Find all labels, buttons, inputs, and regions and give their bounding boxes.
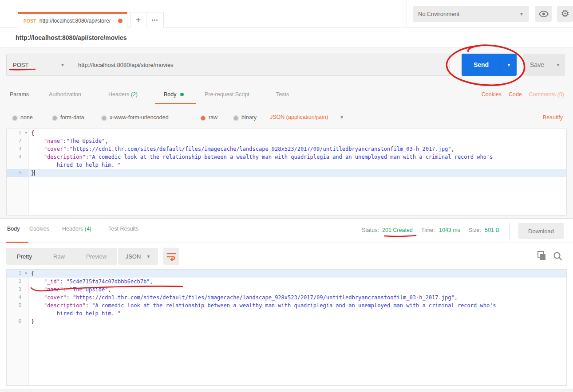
code-line[interactable]: 2 "name":"The Upside", bbox=[7, 137, 566, 145]
code-line[interactable]: 3 "name": "The Upside", bbox=[7, 286, 566, 294]
tab-pre-request-script[interactable]: Pre-request Script bbox=[205, 91, 249, 98]
response-format-select[interactable]: JSON ▼ bbox=[118, 248, 158, 265]
code-text: "cover":"https://cdn1.thr.com/sites/defa… bbox=[28, 145, 454, 153]
tab-params[interactable]: Params bbox=[10, 91, 29, 98]
code-line[interactable]: 4 "description":"A comedic look at the r… bbox=[7, 153, 566, 161]
chevron-down-icon: ▼ bbox=[507, 63, 511, 67]
tab-headers[interactable]: Headers (2) bbox=[108, 91, 138, 98]
download-button[interactable]: Download bbox=[518, 223, 564, 239]
environment-select[interactable]: No Environment ▼ bbox=[413, 6, 529, 22]
code-line[interactable]: 5 "description": "A comedic look at the … bbox=[7, 302, 566, 310]
fold-arrow-icon[interactable]: ▼ bbox=[25, 129, 27, 137]
chevron-down-icon: ▼ bbox=[519, 12, 524, 16]
search-icon[interactable] bbox=[553, 251, 562, 261]
response-tab-headers[interactable]: Headers (4) bbox=[62, 226, 91, 232]
code-line[interactable]: 6} bbox=[7, 318, 566, 325]
line-number bbox=[7, 161, 28, 169]
chevron-down-icon: ▼ bbox=[60, 63, 65, 67]
line-number: 4 bbox=[7, 294, 28, 302]
radio-x-www-form-urlencoded[interactable] bbox=[101, 115, 107, 121]
app-header: POST http://localhost:8080/api/store/ + … bbox=[0, 0, 573, 27]
line-number: 6 bbox=[7, 318, 28, 325]
code-line[interactable]: hired to help him. " bbox=[7, 161, 566, 169]
code-text: "description": "A comedic look at the re… bbox=[28, 302, 496, 310]
request-body-editor[interactable]: 1▼{2 "name":"The Upside",3 "cover":"http… bbox=[6, 129, 567, 216]
save-options-button[interactable]: ▼ bbox=[551, 54, 565, 76]
chevron-down-icon: ▼ bbox=[146, 254, 150, 259]
text-cursor bbox=[34, 170, 35, 176]
request-links: Cookies Code Comments (0) bbox=[482, 91, 564, 98]
radio-none[interactable] bbox=[12, 115, 18, 121]
response-tab-body[interactable]: Body bbox=[7, 226, 20, 232]
save-button-group: Save ▼ bbox=[523, 54, 565, 76]
time-value: 1043 ms bbox=[439, 227, 460, 233]
content-type-select[interactable]: JSON (application/json) ▼ bbox=[270, 114, 344, 120]
response-body-editor[interactable]: 1▼{2 "_id": "5c4e715fa74c07dbbb6ecb7b",3… bbox=[6, 269, 567, 386]
environment-label: No Environment bbox=[418, 11, 459, 17]
code-line[interactable]: 1▼{ bbox=[7, 270, 566, 278]
send-options-button[interactable]: ▼ bbox=[501, 54, 517, 76]
view-preview[interactable]: Preview bbox=[75, 253, 117, 260]
radio-raw[interactable] bbox=[200, 115, 206, 121]
chevron-down-icon: ▼ bbox=[556, 63, 561, 67]
status-value: 201 Created bbox=[382, 227, 413, 233]
tab-tests[interactable]: Tests bbox=[276, 91, 289, 98]
view-raw[interactable]: Raw bbox=[43, 253, 75, 260]
code-line[interactable]: 1▼{ bbox=[7, 129, 566, 137]
send-button[interactable]: Send bbox=[462, 54, 501, 76]
response-tab-test-results[interactable]: Test Results bbox=[108, 226, 138, 232]
wrap-text-icon bbox=[166, 252, 176, 261]
cookies-link[interactable]: Cookies bbox=[482, 91, 502, 98]
settings-button[interactable]: ⚙ bbox=[557, 6, 573, 22]
tab-options-button[interactable]: ••• bbox=[146, 12, 164, 27]
code-text: } bbox=[28, 318, 34, 325]
copy-icon[interactable] bbox=[536, 251, 546, 261]
code-link[interactable]: Code bbox=[509, 91, 522, 98]
code-line[interactable]: 2 "_id": "5c4e715fa74c07dbbb6ecb7b", bbox=[7, 278, 566, 286]
code-text: "description":"A comedic look at the rel… bbox=[28, 153, 493, 161]
line-number: 5 bbox=[7, 302, 28, 310]
divider bbox=[509, 223, 510, 239]
tab-body[interactable]: Body bbox=[164, 91, 184, 98]
response-section: Body Cookies Headers (4) Test Results St… bbox=[0, 218, 573, 392]
method-select[interactable]: POST ▼ bbox=[6, 54, 71, 76]
code-line[interactable]: hired to help him. " bbox=[7, 310, 566, 318]
line-number: 4 bbox=[7, 153, 28, 161]
code-text: "name":"The Upside", bbox=[28, 137, 108, 145]
radio-binary[interactable] bbox=[233, 115, 239, 121]
line-number: 3 bbox=[7, 145, 28, 153]
response-tab-cookies[interactable]: Cookies bbox=[29, 226, 49, 232]
size-value: 501 B bbox=[485, 227, 499, 233]
view-pretty[interactable]: Pretty bbox=[6, 253, 43, 260]
fold-arrow-icon[interactable]: ▼ bbox=[25, 270, 27, 278]
line-number: 2 bbox=[7, 278, 28, 286]
comments-link[interactable]: Comments (0) bbox=[529, 91, 564, 98]
beautify-link[interactable]: Beautify bbox=[543, 114, 563, 121]
header-divider bbox=[407, 0, 407, 27]
request-tab[interactable]: POST http://localhost:8080/api/store/ bbox=[18, 12, 127, 28]
code-line[interactable]: 4 "cover": "https://cdn1.thr.com/sites/d… bbox=[7, 294, 566, 302]
eye-icon bbox=[539, 11, 549, 17]
code-text: "name": "The Upside", bbox=[28, 286, 111, 294]
radio-form-data[interactable] bbox=[52, 115, 58, 121]
save-button[interactable]: Save bbox=[523, 54, 551, 76]
active-tab-underline bbox=[155, 103, 196, 104]
tab-authorization[interactable]: Authorization bbox=[49, 91, 81, 98]
method-value: POST bbox=[13, 62, 28, 68]
new-tab-button[interactable]: + bbox=[130, 12, 146, 27]
url-input[interactable]: http://localhost:8080/api/store/movies bbox=[71, 54, 450, 76]
code-line[interactable]: 3 "cover":"https://cdn1.thr.com/sites/de… bbox=[7, 145, 566, 153]
radio-binary-label: binary bbox=[241, 114, 257, 121]
status-label: Status: bbox=[362, 227, 379, 233]
url-value: http://localhost:8080/api/store/movies bbox=[78, 62, 174, 68]
environment-quick-look-button[interactable] bbox=[535, 6, 552, 22]
size-label: Size: bbox=[469, 227, 481, 233]
code-line[interactable]: 5} bbox=[7, 169, 566, 177]
response-header: Body Cookies Headers (4) Test Results St… bbox=[0, 219, 573, 243]
chevron-down-icon: ▼ bbox=[340, 115, 344, 120]
line-number: 1▼ bbox=[7, 129, 28, 137]
radio-x-www-form-urlencoded-label: x-www-form-urlencoded bbox=[110, 114, 169, 121]
wrap-lines-button[interactable] bbox=[163, 248, 179, 265]
unsaved-dot-icon bbox=[118, 19, 123, 23]
line-number bbox=[7, 310, 28, 318]
